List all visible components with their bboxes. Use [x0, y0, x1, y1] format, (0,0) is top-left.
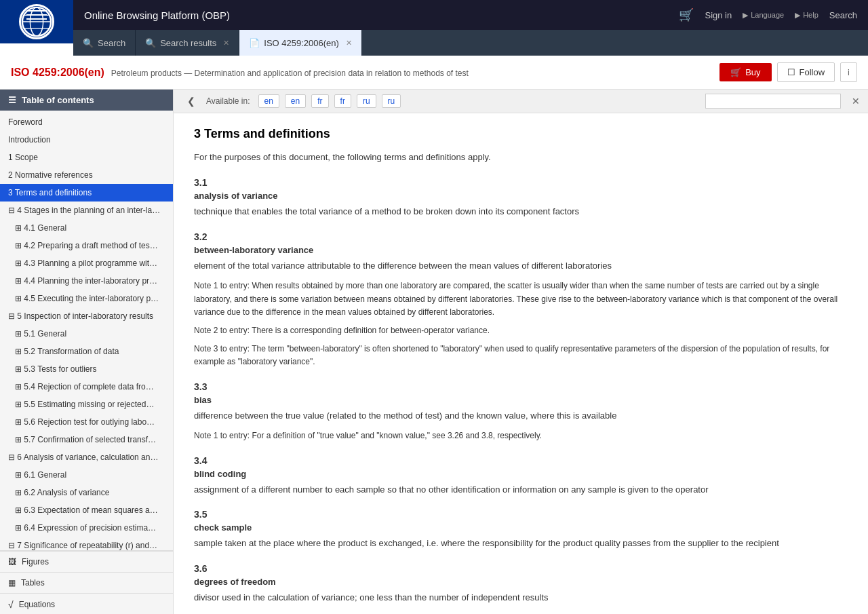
- toc-item-s45[interactable]: ⊞ 4.5 Executing the inter-laboratory p…: [0, 290, 173, 307]
- follow-label: Follow: [800, 67, 825, 77]
- toc-item-s4[interactable]: ⊟ 4 Stages in the planning of an inter-l…: [0, 202, 173, 219]
- close-doc-tab[interactable]: ✕: [346, 39, 352, 47]
- lang-btn-fr2[interactable]: fr: [334, 94, 351, 108]
- tab-doc[interactable]: 📄 ISO 4259:2006(en) ✕: [239, 30, 362, 56]
- top-nav-right: 🛒 Sign in ▶ Language ▶ Help Search: [679, 7, 857, 22]
- search-link[interactable]: Search: [829, 10, 857, 20]
- toc-item-s64[interactable]: ⊞ 6.4 Expression of precision estima…: [0, 519, 173, 537]
- top-header-content: Online Browsing Platform (OBP) 🛒 Sign in…: [73, 0, 868, 56]
- tables-label: Tables: [21, 578, 45, 588]
- toc-item-s42[interactable]: ⊞ 4.2 Preparing a draft method of tes…: [0, 237, 173, 254]
- buy-button[interactable]: 🛒 Buy: [719, 63, 771, 81]
- cart-icon[interactable]: 🛒: [679, 7, 694, 22]
- toc-item-foreword[interactable]: Foreword: [0, 113, 173, 131]
- equations-icon: √: [8, 599, 14, 610]
- def-term-3-2: between-laboratory variance: [194, 245, 848, 255]
- lang-bar-close-btn[interactable]: ✕: [852, 96, 860, 107]
- toc-item-s3[interactable]: 3 Terms and definitions: [0, 184, 173, 202]
- def-note-3-2-3: Note 3 to entry: The term "between-labor…: [194, 343, 848, 368]
- help-menu[interactable]: ▶ Help: [795, 11, 818, 20]
- follow-checkbox-icon: ☐: [787, 67, 795, 77]
- iso-logo-icon: [19, 4, 54, 39]
- close-search-results-tab[interactable]: ✕: [223, 39, 229, 47]
- def-term-3-3: bias: [194, 395, 848, 405]
- doc-tab-icon: 📄: [249, 38, 260, 48]
- lang-btn-ru1[interactable]: ru: [357, 94, 376, 108]
- definitions-container: 3.1analysis of variancetechnique that en…: [194, 177, 848, 605]
- play-icon: ▶: [743, 11, 748, 20]
- toc-item-s7[interactable]: ⊟ 7 Significance of repeatability (r) an…: [0, 537, 173, 550]
- top-header-row: Online Browsing Platform (OBP) 🛒 Sign in…: [0, 0, 868, 56]
- doc-header-right: 🛒 Buy ☐ Follow i: [719, 62, 857, 82]
- def-term-3-6: degrees of freedom: [194, 577, 848, 587]
- search-results-tab-icon: 🔍: [145, 38, 156, 48]
- def-text-3-1: technique that enables the total varianc…: [194, 205, 848, 219]
- def-num-3-3: 3.3: [194, 381, 848, 392]
- available-in-label: Available in:: [206, 96, 250, 106]
- sidebar-figures[interactable]: 🖼 Figures: [0, 551, 173, 572]
- def-text-3-3: difference between the true value (relat…: [194, 409, 848, 423]
- top-nav: Online Browsing Platform (OBP) 🛒 Sign in…: [73, 0, 868, 30]
- def-num-3-5: 3.5: [194, 509, 848, 520]
- toc-item-s44[interactable]: ⊞ 4.4 Planning the inter-laboratory pr…: [0, 272, 173, 290]
- lang-btn-en2[interactable]: en: [285, 94, 306, 108]
- doc-header: ISO 4259:2006(en) Petroleum products — D…: [0, 56, 868, 90]
- toc-item-s55[interactable]: ⊞ 5.5 Estimating missing or rejected…: [0, 396, 173, 413]
- toc-item-s62[interactable]: ⊞ 6.2 Analysis of variance: [0, 484, 173, 501]
- toc-item-s53[interactable]: ⊞ 5.3 Tests for outliers: [0, 360, 173, 378]
- lang-bar: ❮ Available in: en en fr fr ru ru ✕: [174, 90, 868, 113]
- sign-in-link[interactable]: Sign in: [705, 10, 732, 20]
- help-label: Help: [803, 11, 818, 19]
- toc-item-s57[interactable]: ⊞ 5.7 Confirmation of selected transf…: [0, 431, 173, 448]
- doc-header-left: ISO 4259:2006(en) Petroleum products — D…: [11, 66, 469, 79]
- language-label: Language: [751, 11, 784, 19]
- toc-item-s52[interactable]: ⊞ 5.2 Transformation of data: [0, 343, 173, 360]
- info-button[interactable]: i: [840, 62, 857, 82]
- lang-btn-en1[interactable]: en: [258, 94, 279, 108]
- toc-item-s6[interactable]: ⊟ 6 Analysis of variance, calculation an…: [0, 448, 173, 466]
- follow-button[interactable]: ☐ Follow: [777, 62, 835, 82]
- toc-item-s43[interactable]: ⊞ 4.3 Planning a pilot programme wit…: [0, 254, 173, 272]
- def-num-3-4: 3.4: [194, 455, 848, 466]
- toc-item-s56[interactable]: ⊞ 5.6 Rejection test for outlying labo…: [0, 413, 173, 431]
- figures-label: Figures: [22, 557, 49, 567]
- toc-list: ForewordIntroduction1 Scope2 Normative r…: [0, 111, 173, 550]
- toc-item-s54[interactable]: ⊞ 5.4 Rejection of complete data fro…: [0, 378, 173, 396]
- lang-btn-fr1[interactable]: fr: [311, 94, 328, 108]
- def-term-3-4: blind coding: [194, 469, 848, 479]
- sidebar-equations[interactable]: √ Equations: [0, 593, 173, 614]
- toc-item-s2[interactable]: 2 Normative references: [0, 166, 173, 184]
- language-menu[interactable]: ▶ Language: [743, 11, 784, 20]
- collapse-sidebar-btn[interactable]: ❮: [182, 96, 201, 107]
- doc-content: 3 Terms and definitions For the purposes…: [174, 113, 868, 614]
- def-text-3-2: element of the total variance attributab…: [194, 259, 848, 273]
- section-intro: For the purposes of this document, the f…: [194, 151, 848, 165]
- main-layout: ☰ Table of contents ForewordIntroduction…: [0, 90, 868, 614]
- def-text-3-4: assignment of a different number to each…: [194, 483, 848, 497]
- doc-tab-label: ISO 4259:2006(en): [264, 38, 339, 48]
- lang-btn-ru2[interactable]: ru: [382, 94, 401, 108]
- toc-item-s5[interactable]: ⊟ 5 Inspection of inter-laboratory resul…: [0, 307, 173, 325]
- toc-item-s61[interactable]: ⊞ 6.1 General: [0, 466, 173, 484]
- info-label: i: [848, 67, 850, 77]
- toc-item-s41[interactable]: ⊞ 4.1 General: [0, 219, 173, 237]
- equations-label: Equations: [19, 600, 55, 609]
- tab-bar: 🔍 Search 🔍 Search results ✕ 📄 ISO 4259:2…: [73, 30, 868, 56]
- cart-icon-buy: 🛒: [730, 67, 741, 77]
- toc-item-intro[interactable]: Introduction: [0, 131, 173, 149]
- app-title: Online Browsing Platform (OBP): [84, 9, 230, 21]
- toc-item-s51[interactable]: ⊞ 5.1 General: [0, 325, 173, 343]
- section-heading: 3 Terms and definitions: [194, 127, 848, 141]
- tab-search[interactable]: 🔍 Search: [73, 30, 136, 56]
- iso-logo[interactable]: [0, 0, 73, 43]
- tables-icon: ▦: [8, 578, 16, 588]
- doc-title: ISO 4259:2006(en): [11, 66, 104, 79]
- def-note-3-2-1: Note 1 to entry: When results obtained b…: [194, 280, 848, 319]
- def-num-3-1: 3.1: [194, 177, 848, 188]
- toc-item-s1[interactable]: 1 Scope: [0, 149, 173, 166]
- toc-title: Table of contents: [22, 95, 94, 105]
- sidebar-tables[interactable]: ▦ Tables: [0, 572, 173, 593]
- toc-item-s63[interactable]: ⊞ 6.3 Expectation of mean squares a…: [0, 501, 173, 519]
- tab-search-results[interactable]: 🔍 Search results ✕: [136, 30, 239, 56]
- content-search-input[interactable]: [705, 94, 841, 109]
